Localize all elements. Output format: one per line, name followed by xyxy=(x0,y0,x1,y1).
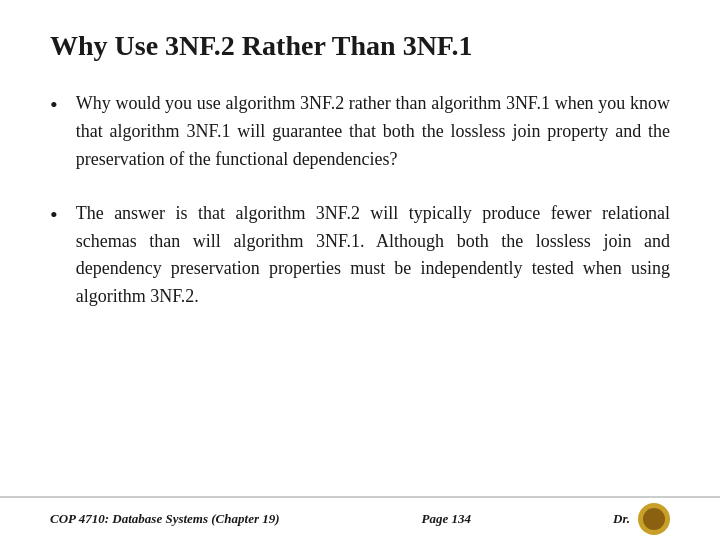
footer-page-number: Page 134 xyxy=(422,511,471,527)
footer-course-info: COP 4710: Database Systems (Chapter 19) xyxy=(50,511,280,527)
bullet-marker-2: • xyxy=(50,202,58,228)
bullet-text-2: The answer is that algorithm 3NF.2 will … xyxy=(76,200,670,312)
bullet-text-1: Why would you use algorithm 3NF.2 rather… xyxy=(76,90,670,174)
footer-author: Dr. xyxy=(613,503,670,535)
university-logo xyxy=(638,503,670,535)
logo-inner-circle xyxy=(643,508,665,530)
bullet-marker-1: • xyxy=(50,92,58,118)
bullet-item-1: • Why would you use algorithm 3NF.2 rath… xyxy=(50,90,670,174)
slide-footer: COP 4710: Database Systems (Chapter 19) … xyxy=(0,496,720,540)
bullet-item-2: • The answer is that algorithm 3NF.2 wil… xyxy=(50,200,670,312)
main-content: Why Use 3NF.2 Rather Than 3NF.1 • Why wo… xyxy=(0,0,720,496)
slide-container: Why Use 3NF.2 Rather Than 3NF.1 • Why wo… xyxy=(0,0,720,540)
footer-dr-label: Dr. xyxy=(613,511,630,527)
slide-title: Why Use 3NF.2 Rather Than 3NF.1 xyxy=(50,30,670,62)
